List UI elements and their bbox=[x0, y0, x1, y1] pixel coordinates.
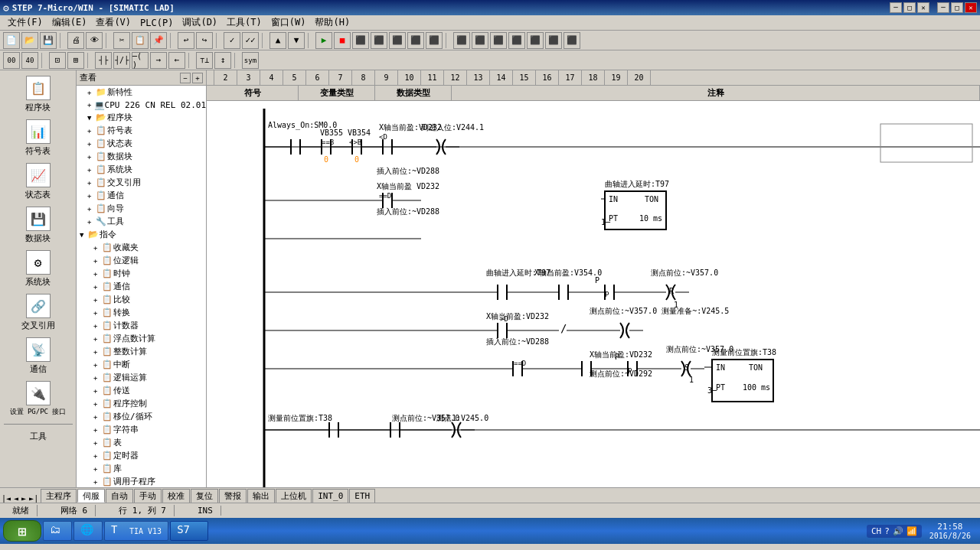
tb2-btn-a[interactable]: 00 bbox=[3, 52, 20, 69]
tree-expander-interrupt[interactable]: + bbox=[93, 361, 101, 369]
tab-nav-first[interactable]: |◄ bbox=[0, 494, 12, 503]
toolbar-btn-a[interactable]: ⬛ bbox=[352, 32, 369, 49]
max-button[interactable]: □ bbox=[951, 2, 963, 13]
tree-node-new[interactable]: + 📁 新特性 bbox=[77, 86, 206, 99]
tab-nav-last[interactable]: ►| bbox=[28, 494, 40, 503]
tree-node-cpu[interactable]: + 💻 CPU 226 CN REL 02.01 bbox=[77, 99, 206, 111]
check-button[interactable]: ✓ bbox=[224, 32, 240, 49]
tree-expander-int[interactable]: + bbox=[93, 348, 101, 356]
tree-expander-logicop[interactable]: + bbox=[93, 374, 101, 382]
menu-plc[interactable]: PLC(P) bbox=[136, 17, 178, 29]
tree-expander-sys[interactable]: + bbox=[87, 166, 95, 174]
tree-expander-comm2[interactable]: + bbox=[93, 283, 101, 291]
tree-node-counter[interactable]: + 📋 计数器 bbox=[77, 319, 206, 332]
tree-node-wizard[interactable]: + 📋 向导 bbox=[77, 202, 206, 215]
toolbar-btn-g[interactable]: ⬛ bbox=[472, 32, 488, 49]
sidebar-item-system[interactable]: ⚙ 系统块 bbox=[4, 248, 73, 290]
redo-button[interactable]: ↪ bbox=[196, 32, 213, 49]
down-button[interactable]: ▼ bbox=[288, 32, 305, 49]
tree-node-compare[interactable]: + 📋 比较 bbox=[77, 293, 206, 306]
tree-node-comm[interactable]: + 📋 通信 bbox=[77, 189, 206, 202]
cut-button[interactable]: ✂ bbox=[113, 32, 130, 49]
sidebar-item-status[interactable]: 📈 状态表 bbox=[4, 161, 73, 203]
toolbar-btn-l[interactable]: ⬛ bbox=[564, 32, 580, 49]
tree-expander-inst[interactable]: ▼ bbox=[80, 231, 87, 239]
inner-close-button[interactable]: ✕ bbox=[917, 2, 929, 13]
tb2-btn-b[interactable]: 40 bbox=[21, 52, 38, 69]
tab-servo[interactable]: 伺服 bbox=[77, 489, 105, 503]
menu-edit[interactable]: 编辑(E) bbox=[47, 15, 92, 30]
tree-node-interrupt[interactable]: + 📋 中断 bbox=[77, 358, 206, 371]
tree-node-timer[interactable]: + 📋 定时器 bbox=[77, 449, 206, 462]
tree-node-data[interactable]: + 📋 数据块 bbox=[77, 150, 206, 163]
tree-expander-sym[interactable]: + bbox=[87, 127, 95, 135]
arrow-left-button[interactable]: ← bbox=[168, 52, 185, 69]
toolbar-btn-b[interactable]: ⬛ bbox=[371, 32, 387, 49]
tab-auto[interactable]: 自动 bbox=[106, 489, 133, 503]
sidebar-item-pgpc[interactable]: 🔌 设置 PG/PC 接口 bbox=[4, 379, 73, 419]
tree-expander-str[interactable]: + bbox=[93, 426, 101, 434]
run-button[interactable]: ▶ bbox=[315, 32, 332, 49]
close-button[interactable]: ✕ bbox=[965, 2, 977, 13]
sidebar-item-cross[interactable]: 🔗 交叉引用 bbox=[4, 291, 73, 334]
tree-node-prog[interactable]: ▼ 📂 程序块 bbox=[77, 111, 206, 124]
tree-node-shift[interactable]: + 📋 移位/循环 bbox=[77, 410, 206, 423]
min-button[interactable]: ─ bbox=[937, 2, 949, 13]
tree-node-sym[interactable]: + 📋 符号表 bbox=[77, 124, 206, 137]
tab-calibrate[interactable]: 校准 bbox=[162, 489, 190, 503]
tree-collapse-button[interactable]: − bbox=[180, 73, 191, 83]
taskbar-app-explorer[interactable]: 🗂 bbox=[43, 521, 72, 541]
tree-expander[interactable]: + bbox=[87, 89, 95, 96]
tree-node-inst[interactable]: ▼ 📂 指令 bbox=[77, 228, 206, 241]
tree-node-logicop[interactable]: + 📋 逻辑运算 bbox=[77, 371, 206, 384]
toolbar-btn-j[interactable]: ⬛ bbox=[527, 32, 544, 49]
toolbar-btn-c[interactable]: ⬛ bbox=[389, 32, 406, 49]
tree-node-sys[interactable]: + 📋 系统块 bbox=[77, 163, 206, 176]
tree-expander-float[interactable]: + bbox=[93, 335, 101, 343]
sidebar-item-comm[interactable]: 📡 通信 bbox=[4, 335, 73, 377]
tree-node-transfer[interactable]: + 📋 传送 bbox=[77, 384, 206, 397]
undo-button[interactable]: ↩ bbox=[178, 32, 194, 49]
tree-expander-table[interactable]: + bbox=[93, 439, 101, 447]
sidebar-item-tools[interactable]: 工具 bbox=[4, 428, 73, 444]
taskbar-app-tia[interactable]: T TIA V13 bbox=[104, 521, 168, 541]
tree-expander-fav[interactable]: + bbox=[93, 244, 101, 252]
tree-node-str[interactable]: + 📋 字符串 bbox=[77, 423, 206, 436]
tree-node-tools[interactable]: + 🔧 工具 bbox=[77, 215, 206, 228]
tree-node-progctrl[interactable]: + 📋 程序控制 bbox=[77, 397, 206, 410]
toolbar-btn-h[interactable]: ⬛ bbox=[490, 32, 507, 49]
arrow-right-button[interactable]: → bbox=[150, 52, 167, 69]
tree-expander-compare[interactable]: + bbox=[93, 296, 101, 304]
tab-manual[interactable]: 手动 bbox=[134, 489, 162, 503]
stop-button[interactable]: ■ bbox=[334, 32, 351, 49]
tree-expander-bitlogic[interactable]: + bbox=[93, 257, 101, 265]
tree-node-cross[interactable]: + 📋 交叉引用 bbox=[77, 176, 206, 189]
sidebar-item-data[interactable]: 💾 数据块 bbox=[4, 204, 73, 246]
tab-reset[interactable]: 复位 bbox=[191, 489, 218, 503]
coil-button[interactable]: ─( ) bbox=[132, 52, 149, 69]
tab-alarm[interactable]: 警报 bbox=[219, 489, 247, 503]
tree-node-convert[interactable]: + 📋 转换 bbox=[77, 306, 206, 319]
toolbar-btn-f[interactable]: ⬛ bbox=[453, 32, 470, 49]
tree-node-subcall[interactable]: + 📋 调用子程序 bbox=[77, 475, 206, 487]
copy-button[interactable]: 📋 bbox=[132, 32, 149, 49]
menu-view[interactable]: 查看(V) bbox=[91, 15, 136, 30]
tree-expander-state[interactable]: + bbox=[87, 140, 95, 148]
tree-node-lib[interactable]: + 📋 库 bbox=[77, 462, 206, 475]
tree-expander-convert[interactable]: + bbox=[93, 309, 101, 317]
tab-nav-next[interactable]: ► bbox=[20, 494, 28, 503]
sidebar-item-program[interactable]: 📋 程序块 bbox=[4, 73, 73, 116]
tree-node-float[interactable]: + 📋 浮点数计算 bbox=[77, 332, 206, 345]
save-button[interactable]: 💾 bbox=[40, 32, 57, 49]
tab-host[interactable]: 上位机 bbox=[276, 489, 312, 503]
inner-max-button[interactable]: □ bbox=[903, 2, 916, 13]
contact-no-button[interactable]: ┤├ bbox=[95, 52, 112, 69]
tree-expander-transfer[interactable]: + bbox=[93, 387, 101, 395]
toolbar-btn-e[interactable]: ⬛ bbox=[426, 32, 443, 49]
new-button[interactable]: 📄 bbox=[3, 32, 20, 49]
tab-main[interactable]: 主程序 bbox=[41, 489, 77, 503]
tree-node-int[interactable]: + 📋 整数计算 bbox=[77, 345, 206, 358]
menu-window[interactable]: 窗口(W) bbox=[266, 15, 311, 30]
sidebar-item-symbol[interactable]: 📊 符号表 bbox=[4, 117, 73, 159]
menu-debug[interactable]: 调试(D) bbox=[178, 15, 222, 30]
